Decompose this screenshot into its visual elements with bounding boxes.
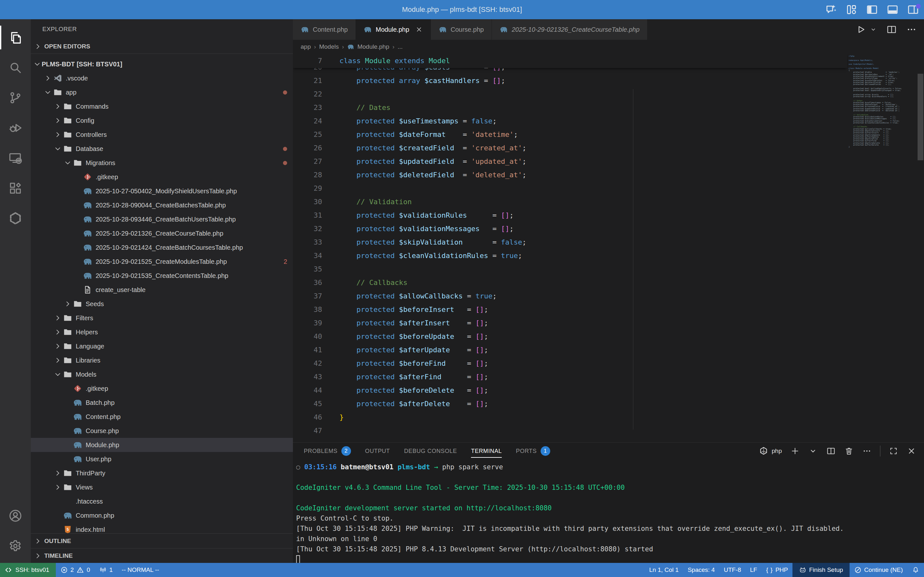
editor-tab[interactable]: Course.php: [431, 19, 492, 40]
status-item-lf[interactable]: LF: [746, 563, 762, 577]
tree-item[interactable]: 2025-10-29-021535_CreateContentsTable.ph…: [31, 269, 293, 283]
tree-item[interactable]: User.php: [31, 452, 293, 466]
timeline-section[interactable]: TIMELINE: [31, 548, 293, 563]
tree-item[interactable]: Libraries: [31, 353, 293, 367]
breadcrumb-item[interactable]: app: [300, 43, 311, 50]
code-editor[interactable]: 20 protected array $casts = [];21 protec…: [293, 54, 924, 442]
status-item-spaces-4[interactable]: Spaces: 4: [683, 563, 719, 577]
status-item-utf-8[interactable]: UTF-8: [719, 563, 746, 577]
remote-indicator[interactable]: SSH: btsv01: [0, 563, 56, 577]
sticky-scroll-line[interactable]: 7class Module extends Model: [293, 54, 847, 68]
tree-root[interactable]: PLMS-BDT [SSH: BTSV01]: [31, 57, 293, 71]
tree-item[interactable]: .vscode: [31, 71, 293, 85]
editor-tab[interactable]: Content.php: [293, 19, 356, 40]
chevron-down-small-icon[interactable]: [808, 446, 818, 456]
outline-section[interactable]: OUTLINE: [31, 533, 293, 548]
tree-item[interactable]: app: [31, 85, 293, 99]
chevron-down-small-icon[interactable]: [869, 26, 877, 33]
status-item-label: UTF-8: [724, 566, 741, 574]
plus-icon[interactable]: [790, 446, 800, 456]
chevron-right-icon: [53, 483, 62, 492]
tree-item[interactable]: .htaccess: [31, 494, 293, 508]
problems-status[interactable]: 20: [56, 563, 95, 577]
tree-item[interactable]: 5index.html: [31, 522, 293, 533]
maximize-icon[interactable]: [889, 446, 898, 456]
trash-icon[interactable]: [844, 446, 854, 456]
activity-item-run-debug[interactable]: [0, 113, 31, 143]
status-item-php[interactable]: { }PHP: [762, 563, 792, 577]
tree-item[interactable]: Database: [31, 142, 293, 156]
panel-tab-terminal[interactable]: TERMINAL: [471, 443, 502, 459]
layout-customize-icon[interactable]: [845, 3, 858, 16]
tree-item[interactable]: Config: [31, 113, 293, 127]
tree-item[interactable]: Helpers: [31, 325, 293, 339]
status-item-continue-ne-[interactable]: Continue (NE): [850, 563, 907, 577]
close-icon[interactable]: [415, 26, 423, 33]
activity-item-remote-explorer[interactable]: [0, 143, 31, 173]
activity-item-search[interactable]: [0, 53, 31, 83]
tree-item[interactable]: Migrations: [31, 156, 293, 170]
play-icon[interactable]: [855, 24, 866, 35]
activity-item-extensions[interactable]: [0, 173, 31, 203]
editor-tab[interactable]: Module.php: [356, 19, 431, 40]
activity-item-explorer[interactable]: [0, 23, 31, 53]
breadcrumb-item[interactable]: Module.php: [357, 43, 389, 50]
terminal-output[interactable]: ○ 03:15:16 batmen@btsv01 plms-bdt → php …: [296, 462, 921, 563]
split-editor-icon[interactable]: [886, 24, 897, 35]
tree-item[interactable]: ThirdParty: [31, 466, 293, 480]
panel-tab-problems[interactable]: PROBLEMS2: [304, 443, 351, 459]
editor-tab[interactable]: 2025-10-29-021326_CreateCourseTable.php: [492, 19, 648, 40]
tree-item[interactable]: Models: [31, 367, 293, 382]
tree-item[interactable]: .gitkeep: [31, 170, 293, 184]
tree-item[interactable]: Language: [31, 339, 293, 353]
ellipsis-icon[interactable]: [862, 446, 872, 456]
tree-item[interactable]: Course.php: [31, 424, 293, 438]
activity-item-accounts[interactable]: [0, 501, 31, 531]
tree-item[interactable]: Seeds: [31, 297, 293, 311]
panel-tab-ports[interactable]: PORTS1: [516, 443, 550, 459]
panel-tab-debug-console[interactable]: DEBUG CONSOLE: [404, 443, 457, 459]
tree-item[interactable]: Filters: [31, 311, 293, 325]
breadcrumb[interactable]: app›Models›Module.php›...: [293, 40, 924, 54]
tree-item[interactable]: Batch.php: [31, 396, 293, 410]
tree-item[interactable]: Common.php: [31, 508, 293, 522]
panel-tab-output[interactable]: OUTPUT: [365, 443, 390, 459]
tree-item[interactable]: 2025-10-27-050402_ModifyShieldUsersTable…: [31, 184, 293, 198]
open-editors-section[interactable]: OPEN EDITORS: [31, 39, 293, 54]
activity-item-settings[interactable]: [0, 531, 31, 561]
status-item-bell-icon[interactable]: [907, 563, 924, 577]
close-icon[interactable]: [907, 446, 916, 456]
toggle-panel-icon[interactable]: [886, 3, 899, 16]
terminal-profile[interactable]: $php: [759, 446, 782, 456]
tree-item[interactable]: Content.php: [31, 410, 293, 424]
tree-item[interactable]: 2025-10-29-021326_CreateCourseTable.php: [31, 226, 293, 240]
tree-item[interactable]: Module.php: [31, 438, 293, 452]
tree-item[interactable]: 2025-10-29-021424_CreateBatchCoursesTabl…: [31, 240, 293, 255]
editor-scrollbar[interactable]: [918, 74, 923, 160]
toggle-primary-sidebar-icon[interactable]: [866, 3, 879, 16]
ellipsis-icon[interactable]: [906, 24, 917, 35]
tree-item[interactable]: .gitkeep: [31, 382, 293, 396]
code-line: protected $beforeDelete = [];: [330, 384, 488, 397]
vim-mode[interactable]: -- NORMAL --: [117, 563, 163, 577]
ports-status[interactable]: 1: [95, 563, 118, 577]
tree-item[interactable]: 2025-10-28-090044_CreateBatchesTable.php: [31, 198, 293, 212]
toggle-secondary-sidebar-icon[interactable]: [907, 3, 919, 16]
ellipsis-icon[interactable]: [275, 24, 285, 34]
tree-item[interactable]: create_user-table: [31, 283, 293, 297]
copilot-chat-icon[interactable]: [825, 3, 837, 16]
tree-item[interactable]: Commands: [31, 99, 293, 113]
breadcrumb-item[interactable]: ...: [397, 43, 403, 50]
breadcrumb-item[interactable]: Models: [319, 43, 339, 50]
activity-item-hexagon-extension[interactable]: [0, 203, 31, 234]
tree-item[interactable]: 2025-10-29-021525_CreateModulesTable.php…: [31, 255, 293, 269]
tree-item[interactable]: Controllers: [31, 127, 293, 142]
split-editor-icon[interactable]: [826, 446, 836, 456]
tree-item[interactable]: 2025-10-28-093446_CreateBatchUsersTable.…: [31, 212, 293, 226]
status-item-finish-setup[interactable]: Finish Setup: [792, 563, 850, 577]
status-item-ln-1-col-1[interactable]: Ln 1, Col 1: [645, 563, 683, 577]
tree-item[interactable]: Views: [31, 480, 293, 494]
code-line: }: [330, 411, 344, 424]
minimap[interactable]: <?phpnamespace App\Models;use CodeIgnite…: [849, 55, 914, 148]
activity-item-source-control[interactable]: [0, 83, 31, 113]
